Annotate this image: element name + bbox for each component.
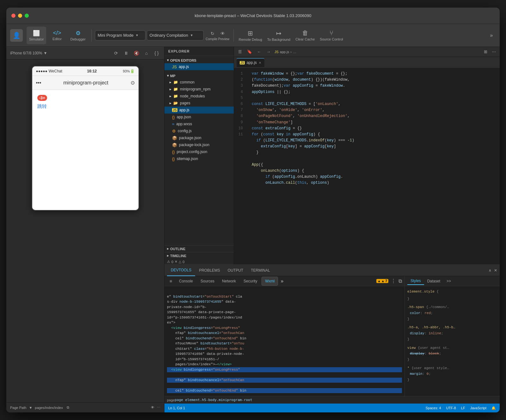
- more-button[interactable]: »: [487, 31, 496, 40]
- file-appwxss[interactable]: ≈ app.wxss: [164, 120, 234, 127]
- chevron-down-icon-6: ▾: [167, 74, 169, 78]
- debugger-button[interactable]: ⚙ Debugger: [68, 27, 88, 44]
- editor-icons-row: ☰ 🔖 ← → JS app.js › … ⊞ ⋯: [234, 47, 500, 57]
- sim-volume-icon[interactable]: 🔇: [133, 49, 140, 57]
- code-area[interactable]: 1234 5678 91011 var fakeWindow = {};var …: [234, 68, 500, 264]
- link-text[interactable]: 跳转: [37, 103, 133, 109]
- timeline-header[interactable]: ▸ TIMELINE: [164, 252, 234, 259]
- subtab-network[interactable]: Network: [219, 277, 239, 286]
- preview-icon[interactable]: 👁: [219, 30, 226, 37]
- folder-pages[interactable]: ▸ 📂 pages: [164, 100, 234, 107]
- file-appjson[interactable]: {} app.json: [164, 114, 234, 120]
- file-sitemapjson[interactable]: {} sitemap.json: [164, 155, 234, 162]
- refresh-icon[interactable]: ↻: [209, 30, 216, 37]
- style-rule-h5span: .h5-span {./common/… color: red; }: [407, 304, 497, 322]
- code-content[interactable]: var fakeWindow = {};var fakeDocument = {…: [247, 68, 500, 264]
- copy-console-icon[interactable]: ⧉: [398, 278, 402, 284]
- tab-close-icon[interactable]: ✕: [259, 61, 261, 65]
- close-button[interactable]: [11, 14, 15, 18]
- file-projectconfigjson[interactable]: {} project.config.json: [164, 148, 234, 155]
- folder-icon-4: 📂: [173, 101, 178, 105]
- status-spaces: Spaces: 4: [426, 406, 441, 410]
- source-control-button[interactable]: ⑂ Source Control: [318, 27, 345, 44]
- menu-dots-icon[interactable]: •••: [36, 80, 41, 86]
- file-configjs[interactable]: ⚙ config.js: [164, 127, 234, 134]
- tab-output[interactable]: OUTPUT: [224, 265, 247, 276]
- open-editors-section: ▾ OPEN EDITORS JS app.js: [164, 56, 234, 71]
- split-icon[interactable]: ⊞: [482, 48, 489, 55]
- file-appjs[interactable]: JS app.js: [164, 107, 234, 114]
- chevron-right-icon-3: ▸: [170, 94, 171, 98]
- dots-icon[interactable]: ⋯: [157, 405, 160, 410]
- subtab-security[interactable]: Security: [240, 277, 260, 286]
- xml-content[interactable]: e" bindtouchstart="onTouchStart" cla s-d…: [164, 286, 404, 396]
- devtools-tab-controls: ∧ ✕: [489, 268, 497, 273]
- outline-header[interactable]: ▸ OUTLINE: [164, 245, 234, 252]
- file-packagelockjson[interactable]: 📦 package-lock.json: [164, 141, 234, 148]
- eye-icon[interactable]: 👁: [151, 405, 154, 410]
- file-icon-small: JS: [275, 50, 279, 54]
- back-icon[interactable]: ←: [256, 48, 262, 55]
- folder-common[interactable]: ▸ 📁 common: [164, 79, 234, 86]
- styles-tab-dataset[interactable]: Dataset: [424, 278, 443, 285]
- compilation-dropdown[interactable]: Ordinary Compilation ▼: [147, 30, 204, 40]
- tab-problems[interactable]: PROBLEMS: [195, 265, 224, 276]
- editor-label: Editor: [52, 37, 62, 41]
- more-tabs-icon[interactable]: »: [281, 278, 283, 284]
- hamburger-icon[interactable]: ☰: [237, 48, 244, 55]
- clear-cache-button[interactable]: 🗑 Clear Cache: [293, 27, 317, 44]
- tab-terminal[interactable]: TERMINAL: [247, 265, 274, 276]
- open-editors-header[interactable]: ▾ OPEN EDITORS: [164, 57, 234, 63]
- forward-icon[interactable]: →: [265, 48, 272, 55]
- open-file-item[interactable]: JS app.js: [164, 63, 234, 70]
- subtab-sources[interactable]: Sources: [197, 277, 218, 286]
- line-numbers: 1234 5678 91011: [234, 68, 247, 264]
- compile-preview-group: ↻ 👁 Compile Preview: [205, 30, 230, 41]
- more-dots-icon[interactable]: ⋯: [490, 48, 497, 55]
- simulator-button[interactable]: ⬜ Simulator: [27, 27, 46, 44]
- minimize-button[interactable]: [18, 14, 22, 18]
- close-devtools-icon[interactable]: ✕: [494, 268, 497, 273]
- console-sidebar-icon[interactable]: ≡: [167, 277, 175, 285]
- maximize-button[interactable]: [25, 14, 29, 18]
- sim-code-icon[interactable]: { }: [153, 49, 160, 57]
- tab-devtools[interactable]: DEVTOOLS: [167, 265, 195, 276]
- sim-tools: ⟳ ⏸ 🔇 ⌂ { }: [112, 49, 160, 57]
- chevron-up-icon[interactable]: ∧: [489, 268, 491, 273]
- styles-tab-more[interactable]: >>: [443, 278, 454, 285]
- folder-miniprogram-npm[interactable]: ▸ 📁 miniprogram_npm: [164, 86, 234, 93]
- sim-pause-icon[interactable]: ⏸: [122, 49, 130, 57]
- remote-debug-button[interactable]: ⊞ Remote Debug: [237, 27, 264, 44]
- editor-main: EXPLORER ▾ OPEN EDITORS JS app.js: [164, 47, 500, 264]
- bookmark-icon[interactable]: 🔖: [246, 48, 253, 55]
- chevron-right-icon-6: ▸: [167, 254, 169, 258]
- time-display: 16:12: [62, 69, 122, 73]
- tab-appjs[interactable]: JS app.js ✕: [237, 58, 264, 67]
- home-circle-icon[interactable]: ⊙: [131, 80, 135, 86]
- editor-button[interactable]: </> Editor: [47, 27, 66, 44]
- sim-rotate-icon[interactable]: ⟳: [112, 49, 120, 57]
- json-icon: {}: [172, 115, 175, 120]
- style-rule-star: * {user agent style… margin: 0; }: [407, 365, 497, 383]
- more-options-icon[interactable]: ⋮: [391, 278, 396, 284]
- explorer-header: EXPLORER: [164, 47, 234, 56]
- folder-icon-3: 📁: [173, 94, 178, 98]
- main-area: iPhone 6/7/8 100% ▼ ⟳ ⏸ 🔇 ⌂ { } ●●●●● We…: [6, 47, 500, 412]
- subtab-console[interactable]: Console: [176, 277, 196, 286]
- mp-section-header[interactable]: ▾ MP: [164, 73, 234, 79]
- sim-home-icon[interactable]: ⌂: [143, 49, 150, 57]
- chevron-right-icon-2: ▸: [170, 87, 171, 91]
- tab-js-icon: JS: [240, 61, 245, 65]
- simulator-label: Simulator: [29, 37, 44, 41]
- simulator-content: ●●●●● WeChat 16:12 93% 🔋 ••• miniprogram…: [6, 59, 164, 402]
- to-background-button[interactable]: ↦ To Background: [265, 27, 292, 44]
- status-bell-icon[interactable]: 🔔: [491, 406, 496, 410]
- subtab-wxml[interactable]: Wxml: [262, 277, 278, 286]
- mode-dropdown[interactable]: Mini Program Mode ▼: [95, 30, 145, 40]
- window-title: kbone-template-preact – WeChat Devtools …: [194, 13, 311, 18]
- folder-node-modules[interactable]: ▸ 📁 node_modules: [164, 93, 234, 100]
- file-packagejson[interactable]: 📦 package.json: [164, 134, 234, 141]
- styles-tab-styles[interactable]: Styles: [407, 277, 424, 285]
- debugger-label: Debugger: [70, 37, 85, 41]
- status-encoding: UTF-8: [446, 406, 456, 410]
